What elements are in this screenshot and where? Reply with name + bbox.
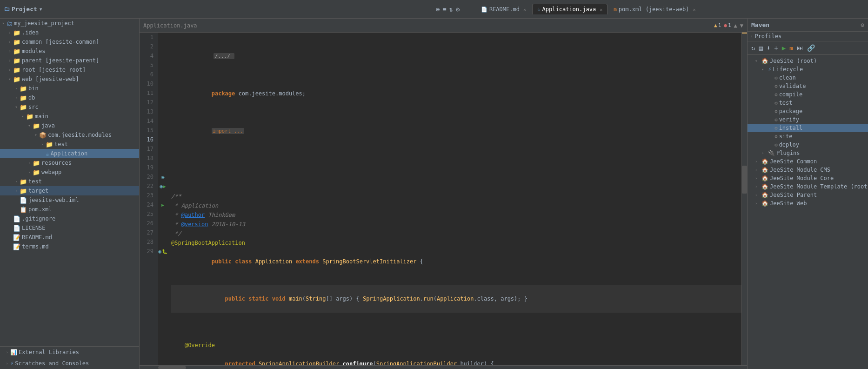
maven-deploy[interactable]: ⚙ deploy [748,141,868,149]
maven-skip-btn[interactable]: ⏭ [796,43,804,53]
tree-item-root-[jeesite-root][interactable]: › 📁 root [jeesite-root] [0,65,139,74]
tree-item-modules[interactable]: › 📁 modules [0,47,139,56]
maven-cms[interactable]: › 🏠 JeeSite Module CMS [748,166,868,174]
line-num-11: 11 [140,88,155,98]
maven-profiles-btn[interactable]: ▤ [758,43,763,53]
maven-clean[interactable]: ⚙ clean [748,74,868,82]
code-line-21 [171,322,741,331]
maven-m-btn[interactable]: m [788,44,794,53]
navigate-icon[interactable]: ⊕ [436,6,440,13]
editor-toolbar: Application.java ▲ 1 ● 1 ▲ ▼ [140,19,747,33]
maven-test[interactable]: ⚙ test [748,99,868,107]
maven-install[interactable]: ⚙ install [748,124,868,132]
maven-package[interactable]: ⚙ package [748,107,868,115]
tree-item-target[interactable]: › 📁 target [0,186,139,195]
maven-download-btn[interactable]: ⬇ [766,43,771,53]
tree-item-pom.xml[interactable]: 📋 pom.xml [0,205,139,214]
run-icon-19[interactable]: ▶ [161,202,164,208]
jeesite-root-icon: 🏠 [761,58,768,64]
tree-item-java[interactable]: ▾ 📁 java [0,121,139,130]
ellipsis-block[interactable]: /.../ [214,53,235,59]
scroll-down-icon[interactable]: ▼ [740,22,743,29]
editor-scrollbar-vertical[interactable] [741,33,747,365]
maven-web[interactable]: › 🏠 JeeSite Web [748,199,868,208]
profiles-expand-icon[interactable]: › [750,34,753,39]
tree-item-bin[interactable]: › 📁 bin [0,84,139,93]
maven-add-btn[interactable]: + [773,43,779,53]
maven-plugins[interactable]: › 🔌 Plugins [748,149,868,157]
structure-icon[interactable]: ≡ [442,6,446,13]
tree-item-com.jeesite.modules[interactable]: ▾ 📦 com.jeesite.modules [0,130,139,140]
editor-scrollbar-horizontal[interactable] [140,365,747,369]
run-icon-17[interactable]: ▶ [163,184,166,189]
maven-lifecycle[interactable]: ▾ ⚡ Lifecycle [748,65,868,74]
hierarchy-icon[interactable]: ⇅ [449,6,453,13]
readme-tab-close[interactable]: ✕ [523,7,526,12]
tree-item-resources[interactable]: › 📁 resources [0,158,139,168]
tree-item-my_jeesite_project[interactable]: ▾ 🗂 my_jeesite_project [0,19,139,28]
maven-verify[interactable]: ⚙ verify [748,115,868,124]
maven-jeesite-root[interactable]: ▾ 🏠 JeeSite (root) [748,57,868,65]
file-tree-content[interactable]: ▾ 🗂 my_jeesite_project › 📁 .idea › 📁 com… [0,19,139,346]
debug-icon-24[interactable]: 🐛 [162,249,167,254]
settings-icon[interactable]: ⚙ [456,6,460,13]
error-badge[interactable]: ● 1 [724,22,731,28]
tree-item-main[interactable]: ▾ 📁 main [0,112,139,121]
tree-label: src [28,104,39,110]
cms-arrow: › [755,168,761,172]
g17[interactable]: ◉ ▶ [158,181,167,191]
tree-item-web-[jeesite-web][interactable]: ▾ 📁 web [jeesite-web] [0,74,139,84]
tab-application[interactable]: ☕ Application.java ✕ [532,4,608,14]
tree-item-test[interactable]: › 📁 test [0,140,139,149]
scroll-up-icon[interactable]: ▲ [734,22,737,29]
validate-label: validate [779,83,806,89]
maven-panel: Maven ⚙ › Profiles ↻ ▤ ⬇ + ▶ m ⏭ 🔗 ▾ 🏠 J… [747,19,868,369]
tree-item-test[interactable]: › 📁 test [0,177,139,186]
g23 [158,237,167,247]
scratches-item[interactable]: › ⚡ Scratches and Consoles [0,358,139,369]
tree-arrow: ▾ [7,77,13,81]
tree-label: README.md [22,234,52,241]
application-tab-close[interactable]: ✕ [600,7,602,12]
project-title[interactable]: 🗂 Project ▾ [4,6,43,13]
g19[interactable]: ▶ [158,200,167,209]
maven-core[interactable]: › 🏠 JeeSite Module Core [748,174,868,182]
tree-item-license[interactable]: 📄 LICENSE [0,223,139,233]
tab-pom[interactable]: m pom.xml (jeesite-web) ✕ [608,4,701,14]
maven-site[interactable]: ⚙ site [748,132,868,141]
maven-settings-icon[interactable]: ⚙ [861,21,864,28]
tree-icon: 🗂 [7,20,13,27]
import-block[interactable]: import ... [212,128,244,134]
tree-item-.gitignore[interactable]: 📄 .gitignore [0,214,139,223]
warning-badge[interactable]: ▲ 1 [714,22,721,28]
tree-item-src[interactable]: ▾ 📁 src [0,102,139,112]
project-dropdown-icon[interactable]: ▾ [39,6,43,13]
tree-item-db[interactable]: › 📁 db [0,93,139,102]
code-editor[interactable]: /.../ package com.jeesite.modules; impo [167,33,741,365]
g24[interactable]: ◉ 🐛 [158,247,167,256]
tree-item-readme.md[interactable]: 📝 README.md [0,233,139,242]
maven-common[interactable]: › 🏠 JeeSite Common [748,157,868,166]
minimize-icon[interactable]: — [462,6,466,13]
maven-attach-btn[interactable]: 🔗 [806,43,816,53]
tree-item-terms.md[interactable]: 📝 terms.md [0,242,139,251]
maven-validate[interactable]: ⚙ validate [748,82,868,90]
web-icon: 🏠 [761,200,768,207]
tree-item-webapp[interactable]: › 📁 webapp [0,168,139,177]
tree-label: main [35,113,48,120]
maven-refresh-btn[interactable]: ↻ [750,43,756,53]
tab-readme[interactable]: 📄 README.md ✕ [476,4,531,14]
external-libraries-item[interactable]: › 📊 External Libraries [0,347,139,358]
tree-item-parent-[jeesite-parent][interactable]: › 📁 parent [jeesite-parent] [0,56,139,65]
tree-item-common-[jeesite-common][interactable]: › 📁 common [jeesite-common] [0,37,139,47]
maven-run-btn[interactable]: ▶ [781,43,787,53]
ext-libs-icon: 📊 [10,349,17,356]
maven-compile[interactable]: ⚙ compile [748,90,868,99]
maven-parent[interactable]: › 🏠 JeeSite Parent [748,191,868,199]
tree-item-jeesite-web.iml[interactable]: 📄 jeesite-web.iml [0,195,139,205]
pom-tab-close[interactable]: ✕ [693,7,696,12]
tree-item-application[interactable]: ☕ Application [0,149,139,158]
g16[interactable]: ◉ [158,172,167,181]
maven-template[interactable]: › 🏠 JeeSite Module Template (root) [748,182,868,191]
tree-item-.idea[interactable]: › 📁 .idea [0,28,139,37]
